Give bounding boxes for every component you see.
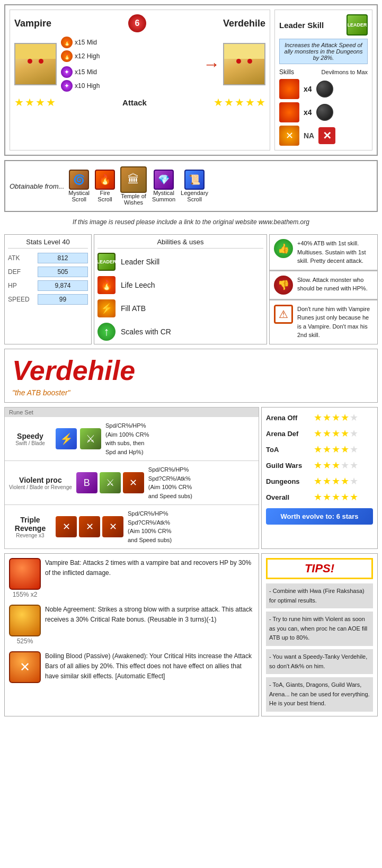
rune-violent-row: Violent proc Violent / Blade or Revenge … — [5, 461, 259, 505]
revenge-rune-icons: ✕ ✕ ✕ — [56, 516, 123, 537]
fill-icon: ⚡ — [97, 299, 116, 317]
attack-label: Attack — [122, 98, 147, 107]
triple-revenge-name: TripleRevenge — [9, 516, 51, 533]
hp-label: HP — [8, 282, 34, 289]
evolution-panel: Vampire 6 Verdehile 🔥 x15 Mid — [10, 10, 270, 150]
mystical-scroll-label: MysticalScroll — [68, 190, 90, 202]
verdehile-stars: ★ ★ ★ ★ ★ — [214, 96, 265, 109]
skill3-icon: ✕ — [9, 651, 41, 683]
leader-skill-badge: LEADER — [347, 14, 368, 36]
temple-icon: 🏛 — [120, 166, 147, 193]
blade-icon: ⚔ — [80, 428, 101, 449]
skill1-icon — [9, 558, 41, 590]
abilities-title: Abilities & uses — [97, 238, 263, 249]
speed-row: SPEED 99 — [8, 294, 88, 305]
ingredients-panel: 🔥 x15 Mid 🔥 x12 High ✦ x15 Mid ✦ x10 Hig… — [59, 37, 200, 92]
speedy-description: Spd/CR%/HP%(Aim 100% CR%with subs, thenS… — [105, 421, 149, 456]
mystical-summon-icon: 💎 — [154, 170, 174, 190]
skill-icon-2 — [279, 102, 299, 122]
overall-row: Overall ★ ★ ★ ★ ★ — [266, 491, 373, 503]
leader-icon: LEADER — [97, 253, 116, 271]
speed-label: SPEED — [8, 296, 34, 303]
star3: ★ — [35, 96, 45, 109]
violent-description: Spd/CR%/HP%Spd?CR%/Atk%(Aim 100% CR%and … — [148, 465, 192, 500]
devilmon-ball-1 — [316, 81, 333, 98]
note-negative: 👎 Slow. Attack monster who should be run… — [270, 271, 377, 300]
negative-note-text: Slow. Attack monster who should be runed… — [297, 276, 373, 293]
def-label: DEF — [8, 268, 34, 276]
ability-scales: ↑ Scales with CR — [97, 323, 263, 341]
arena-def-stars: ★ ★ ★ ★ ★ — [314, 428, 358, 439]
def-row: DEF 505 — [8, 267, 88, 277]
star1: ★ — [14, 96, 24, 109]
thumbs-up-icon: 👍 — [274, 239, 293, 258]
skill3-x-mark: ✕ — [318, 127, 335, 144]
legendary-scroll-icon: 📜 — [184, 170, 205, 190]
evolution-arrow: → — [203, 55, 220, 74]
note-positive: 👍 +40% ATB with 1st skill. Multiuses. Su… — [270, 235, 377, 271]
evo-header: Vampire 6 Verdehile — [14, 14, 265, 32]
skill1-count: x4 — [304, 85, 312, 93]
devilmon-label: Devilmons to Max — [322, 69, 368, 75]
runes-panel: Rune Set Speedy Swift / Blade ⚡ ⚔ Spd/CR… — [4, 407, 259, 549]
verdehile-name: Verdehile — [223, 18, 265, 29]
rune-revenge-row: TripleRevenge Revenge x3 ✕ ✕ ✕ Spd/CR%/H… — [5, 505, 259, 548]
dungeons-stars: ★ ★ ★ ★ ★ — [314, 475, 358, 487]
speedy-name: Speedy — [9, 432, 51, 440]
guild-wars-stars: ★ ★ ★ ★ ★ — [314, 459, 358, 471]
leader-skill-title: Leader Skill — [279, 21, 324, 30]
hp-row: HP 9,874 — [8, 280, 88, 291]
obtain-item-temple: 🏛 Temple ofWishes — [120, 166, 147, 206]
ability-leech-label: Life Leech — [121, 281, 155, 289]
disclaimer: If this image is reused please include a… — [0, 216, 382, 230]
atk-value: 812 — [38, 253, 88, 263]
leech-icon: 🔥 — [97, 276, 116, 294]
blade2-icon: ⚔ — [100, 472, 121, 493]
vampire-portrait — [14, 43, 57, 85]
obtain-item-mystical: 🌀 MysticalScroll — [68, 170, 90, 202]
speedy-rune-icons: ⚡ ⚔ — [56, 428, 101, 449]
skill1-description: Vampire Bat: Attacks 2 times with a vamp… — [45, 558, 254, 578]
devilmon-ball-2 — [316, 104, 333, 121]
skill-row-3: ✕ NA ✕ — [279, 126, 368, 146]
leader-skill-panel: Leader Skill LEADER Increases the Attack… — [274, 10, 372, 150]
hero-name-panel: Verdehile "the ATB booster" — [4, 349, 378, 403]
skill-icon-1 — [279, 79, 299, 99]
obtainable-section: Obtainable from... 🌀 MysticalScroll 🔥 Fi… — [4, 160, 378, 212]
revenge4-icon: ✕ — [102, 516, 123, 537]
worth-box: Worth evolve to: 6 stars — [266, 508, 373, 525]
tips-panel: TIPS! - Combine with Hwa (Fire Rakshasa)… — [261, 553, 378, 716]
fire-ingredient-icon: 🔥 — [61, 37, 73, 48]
tip-item-3: - You want a Speedy-Tanky Verdehile, so … — [266, 649, 373, 674]
atk-row: ATK 812 — [8, 253, 88, 263]
ability-fill: ⚡ Fill ATB — [97, 299, 263, 317]
toa-row: ToA ★ ★ ★ ★ ★ — [266, 444, 373, 455]
violent-icon: B — [76, 472, 97, 493]
arena-off-stars: ★ ★ ★ ★ ★ — [314, 412, 358, 423]
ability-fill-label: Fill ATB — [121, 304, 146, 313]
obtain-item-legendary: 📜 LegendaryScroll — [181, 170, 208, 202]
warning-icon: ⚠ — [274, 305, 293, 324]
temple-label: Temple ofWishes — [121, 193, 146, 206]
violent-sublabel: Violent / Blade or Revenge — [9, 484, 72, 490]
star4: ★ — [46, 96, 56, 109]
skills-label: Skills — [279, 68, 294, 76]
dungeons-label: Dungeons — [266, 477, 314, 485]
skill-row-2: x4 — [279, 102, 368, 122]
ratings-panel: Arena Off ★ ★ ★ ★ ★ Arena Def ★ ★ ★ ★ ★ … — [261, 407, 378, 549]
revenge-sublabel: Revenge x3 — [9, 533, 51, 538]
ingredient3-text: x15 Mid — [75, 68, 97, 76]
overall-label: Overall — [266, 493, 314, 501]
skill3-na: NA — [304, 131, 314, 140]
skill-3-entry: ✕ Boiling Blood (Passive) (Awakened): Yo… — [9, 651, 254, 683]
guild-wars-label: Guild Wars — [266, 462, 314, 470]
skills-panel: 155% x2 Vampire Bat: Attacks 2 times wit… — [4, 553, 259, 716]
speedy-sublabel: Swift / Blade — [9, 440, 51, 446]
revenge3-icon: ✕ — [79, 516, 100, 537]
skill1-percent: 155% x2 — [13, 591, 38, 598]
arena-def-row: Arena Def ★ ★ ★ ★ ★ — [266, 428, 373, 439]
toa-label: ToA — [266, 446, 314, 454]
swift-icon: ⚡ — [56, 428, 77, 449]
fire-ingredient2-icon: 🔥 — [61, 50, 73, 62]
runes-header: Rune Set — [5, 408, 259, 417]
